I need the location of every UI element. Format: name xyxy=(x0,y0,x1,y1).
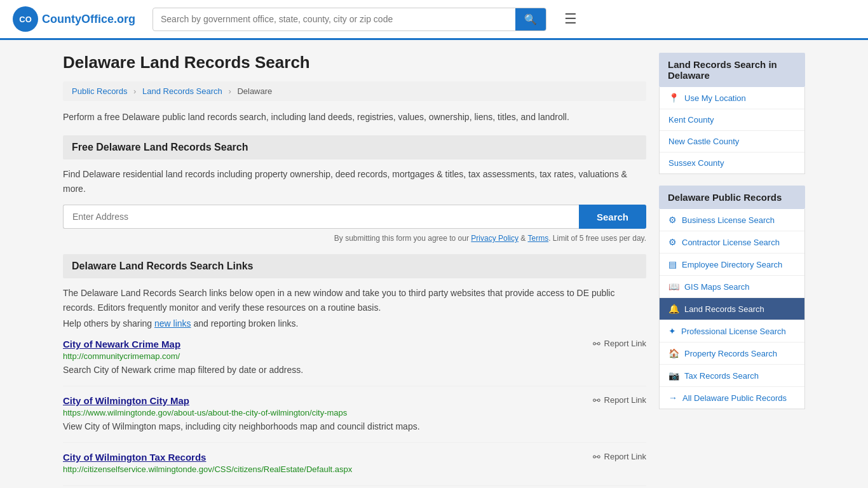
sidebar-item-business-license[interactable]: ⚙ Business License Search xyxy=(660,209,804,231)
camera-icon: 📷 xyxy=(668,370,679,381)
address-search-button[interactable]: Search xyxy=(579,205,646,229)
header-search-input[interactable] xyxy=(153,9,515,29)
form-note: By submitting this form you agree to our… xyxy=(63,234,646,243)
new-links-note: Help others by sharing new links and rep… xyxy=(63,318,646,329)
page-title: Delaware Land Records Search xyxy=(63,53,646,72)
link-entry-1: City of Wilmington City Map ⚯ Report Lin… xyxy=(63,395,646,443)
link-url-2[interactable]: http://citizenselfservice.wilmingtonde.g… xyxy=(63,464,646,474)
report-icon-2: ⚯ xyxy=(593,452,600,462)
content-area: Delaware Land Records Search Public Reco… xyxy=(63,53,646,488)
arrow-icon: → xyxy=(668,393,677,403)
sidebar-location-box: 📍 Use My Location Kent County New Castle… xyxy=(659,87,805,174)
sidebar-item-tax-records[interactable]: 📷 Tax Records Search xyxy=(660,365,804,387)
book-icon: 📖 xyxy=(668,281,679,292)
sidebar-item-kent-county[interactable]: Kent County xyxy=(660,109,804,131)
links-section-desc: The Delaware Land Records Search links b… xyxy=(63,286,646,315)
breadcrumb-land-records[interactable]: Land Records Search xyxy=(142,86,222,96)
sidebar-item-use-my-location[interactable]: 📍 Use My Location xyxy=(660,87,804,109)
link-title-2[interactable]: City of Wilmington Tax Records xyxy=(63,452,206,463)
sidebar-item-employee-directory[interactable]: ▤ Employee Directory Search xyxy=(660,254,804,276)
link-url-1[interactable]: https://www.wilmingtonde.gov/about-us/ab… xyxy=(63,408,646,417)
intro-text: Perform a free Delaware public land reco… xyxy=(63,110,646,124)
logo-suffix: .org xyxy=(114,13,135,25)
address-search-input[interactable] xyxy=(63,205,579,229)
header-search-button[interactable]: 🔍 xyxy=(515,8,546,30)
sidebar-item-label: New Castle County xyxy=(668,137,739,146)
link-entry-2: City of Wilmington Tax Records ⚯ Report … xyxy=(63,452,646,486)
sidebar: Land Records Search in Delaware 📍 Use My… xyxy=(659,53,805,488)
link-desc-0: Search City of Newark crime map filtered… xyxy=(63,363,646,377)
report-link-label-1: Report Link xyxy=(604,395,646,405)
sidebar-item-label: Use My Location xyxy=(684,93,746,103)
sidebar-item-gis-maps[interactable]: 📖 GIS Maps Search xyxy=(660,276,804,298)
link-entry-top-0: City of Newark Crime Map ⚯ Report Link xyxy=(63,339,646,349)
sidebar-item-sussex-county[interactable]: Sussex County xyxy=(660,152,804,173)
sidebar-item-new-castle-county[interactable]: New Castle County xyxy=(660,131,804,152)
sidebar-item-label: Tax Records Search xyxy=(684,371,759,381)
link-title-1[interactable]: City of Wilmington City Map xyxy=(63,395,189,406)
breadcrumb: Public Records › Land Records Search › D… xyxy=(63,81,646,101)
report-link-label-0: Report Link xyxy=(604,339,646,348)
location-pin-icon: 📍 xyxy=(668,93,679,103)
breadcrumb-sep-2: › xyxy=(228,86,231,96)
header-search-container: 🔍 xyxy=(153,8,546,31)
sidebar-item-label: Kent County xyxy=(668,115,714,125)
sidebar-item-label: Professional License Search xyxy=(681,327,786,336)
form-note-pre: By submitting this form you agree to our xyxy=(334,234,469,243)
sidebar-item-property-records[interactable]: 🏠 Property Records Search xyxy=(660,342,804,365)
logo-icon: CO xyxy=(13,6,38,32)
note-post: and reporting broken links. xyxy=(193,318,298,329)
report-link-label-2: Report Link xyxy=(604,452,646,461)
free-search-heading: Free Delaware Land Records Search xyxy=(63,135,646,159)
list-icon: ▤ xyxy=(668,259,677,269)
report-link-btn-1[interactable]: ⚯ Report Link xyxy=(593,395,646,405)
sidebar-item-label: Sussex County xyxy=(668,158,724,168)
link-entry-0: City of Newark Crime Map ⚯ Report Link h… xyxy=(63,339,646,386)
sidebar-section2-title: Delaware Public Records xyxy=(659,186,805,209)
sidebar-item-land-records[interactable]: 🔔 Land Records Search xyxy=(660,298,804,320)
house-icon: 🏠 xyxy=(668,348,679,358)
report-link-btn-0[interactable]: ⚯ Report Link xyxy=(593,339,646,349)
sidebar-item-label: Contractor License Search xyxy=(682,238,780,247)
privacy-policy-link[interactable]: Privacy Policy xyxy=(471,234,519,243)
note-pre: Help others by sharing xyxy=(63,318,152,329)
sidebar-item-label: Employee Directory Search xyxy=(682,260,782,269)
link-url-0[interactable]: http://communitycrimemap.com/ xyxy=(63,351,646,361)
logo-brand: CountyOffice xyxy=(42,13,114,25)
sidebar-item-label: All Delaware Public Records xyxy=(682,393,787,403)
gear-icon-1: ⚙ xyxy=(668,215,677,225)
breadcrumb-sep-1: › xyxy=(133,86,136,96)
link-title-0[interactable]: City of Newark Crime Map xyxy=(63,339,180,349)
sidebar-item-label: Property Records Search xyxy=(684,349,777,358)
sidebar-item-label: Business License Search xyxy=(682,215,775,225)
sidebar-public-records-box: ⚙ Business License Search ⚙ Contractor L… xyxy=(659,209,805,409)
limit-note: Limit of 5 free uses per day. xyxy=(553,234,646,243)
sidebar-item-label: GIS Maps Search xyxy=(684,282,750,292)
address-search-row: Search xyxy=(63,205,646,229)
new-links-link[interactable]: new links xyxy=(154,318,191,329)
terms-link[interactable]: Terms xyxy=(527,234,548,243)
links-section-heading: Delaware Land Records Search Links xyxy=(63,254,646,278)
bell-icon: 🔔 xyxy=(668,304,679,314)
link-desc-1: View City of Wilmington maps, including … xyxy=(63,420,646,433)
report-icon-0: ⚯ xyxy=(593,339,600,349)
breadcrumb-current: Delaware xyxy=(237,86,272,96)
logo-area: CO CountyOffice.org xyxy=(13,6,140,32)
breadcrumb-public-records[interactable]: Public Records xyxy=(72,86,127,96)
link-entry-top-1: City of Wilmington City Map ⚯ Report Lin… xyxy=(63,395,646,406)
svg-text:CO: CO xyxy=(19,15,32,24)
link-entry-top-2: City of Wilmington Tax Records ⚯ Report … xyxy=(63,452,646,463)
header: CO CountyOffice.org 🔍 ☰ xyxy=(0,0,868,40)
sidebar-item-professional-license[interactable]: ✦ Professional License Search xyxy=(660,320,804,342)
report-link-btn-2[interactable]: ⚯ Report Link xyxy=(593,452,646,462)
report-icon-1: ⚯ xyxy=(593,395,600,405)
main-container: Delaware Land Records Search Public Reco… xyxy=(53,40,815,488)
sidebar-section1-title: Land Records Search in Delaware xyxy=(659,53,805,87)
gear-icon-2: ⚙ xyxy=(668,237,677,247)
logo-text: CountyOffice.org xyxy=(42,13,135,26)
sidebar-item-label: Land Records Search xyxy=(684,304,764,314)
hamburger-menu-button[interactable]: ☰ xyxy=(559,8,582,30)
sidebar-item-all-public-records[interactable]: → All Delaware Public Records xyxy=(660,387,804,409)
sidebar-item-contractor-license[interactable]: ⚙ Contractor License Search xyxy=(660,231,804,254)
free-search-desc: Find Delaware residential land records i… xyxy=(63,167,646,196)
